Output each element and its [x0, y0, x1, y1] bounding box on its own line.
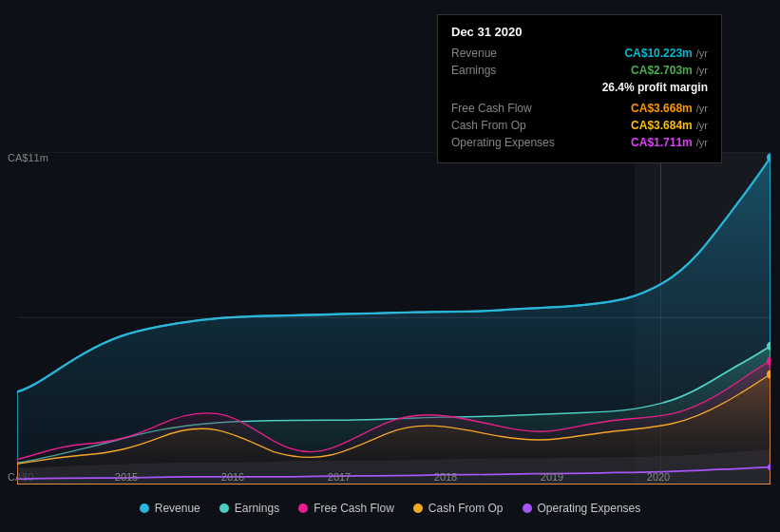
tooltip-label-opex: Operating Expenses: [451, 136, 565, 149]
legend-label-cfo: Cash From Op: [428, 502, 504, 515]
tooltip-value-earnings: CA$2.703m/yr: [631, 64, 708, 77]
tooltip-label-revenue: Revenue: [451, 47, 565, 60]
tooltip-value-opex: CA$1.711m/yr: [631, 136, 708, 149]
tooltip-row-opex: Operating Expenses CA$1.711m/yr: [451, 136, 708, 149]
legend-label-fcf: Free Cash Flow: [314, 502, 394, 515]
x-label-2017: 2017: [328, 471, 351, 483]
legend-item-opex[interactable]: Operating Expenses: [523, 502, 641, 515]
tooltip-date: Dec 31 2020: [451, 25, 708, 39]
tooltip-row-fcf: Free Cash Flow CA$3.668m/yr: [451, 102, 708, 115]
chart-svg: [17, 152, 770, 484]
legend-dot-opex: [523, 504, 532, 513]
tooltip-value-cfo: CA$3.684m/yr: [631, 119, 708, 132]
legend-dot-cfo: [413, 504, 423, 513]
tooltip-label-cfo: Cash From Op: [451, 119, 565, 132]
x-label-2016: 2016: [221, 471, 244, 483]
legend-label-earnings: Earnings: [235, 502, 279, 515]
x-label-2020: 2020: [647, 471, 670, 483]
legend-label-revenue: Revenue: [155, 502, 200, 515]
legend-dot-fcf: [298, 504, 308, 513]
legend-item-earnings[interactable]: Earnings: [219, 502, 279, 515]
tooltip-row-cfo: Cash From Op CA$3.684m/yr: [451, 119, 708, 132]
x-label-2018: 2018: [434, 471, 457, 483]
tooltip-value-fcf: CA$3.668m/yr: [631, 102, 708, 115]
tooltip-card: Dec 31 2020 Revenue CA$10.223m/yr Earnin…: [437, 14, 722, 163]
legend-label-opex: Operating Expenses: [538, 502, 641, 515]
legend-dot-earnings: [219, 504, 229, 513]
legend-item-cfo[interactable]: Cash From Op: [413, 502, 504, 515]
legend: Revenue Earnings Free Cash Flow Cash Fro…: [0, 494, 780, 522]
tooltip-profit-margin-value: 26.4% profit margin: [602, 81, 708, 94]
legend-item-fcf[interactable]: Free Cash Flow: [298, 502, 394, 515]
legend-item-revenue[interactable]: Revenue: [140, 502, 200, 515]
tooltip-row-earnings: Earnings CA$2.703m/yr: [451, 64, 708, 77]
tooltip-row-profit-margin: 26.4% profit margin: [451, 81, 708, 94]
tooltip-label-earnings: Earnings: [451, 64, 565, 77]
x-label-2015: 2015: [115, 471, 138, 483]
tooltip-row-revenue: Revenue CA$10.223m/yr: [451, 47, 708, 60]
tooltip-value-revenue: CA$10.223m/yr: [624, 47, 708, 60]
tooltip-label-fcf: Free Cash Flow: [451, 102, 565, 115]
chart-container: CA$11m CA$0: [0, 0, 780, 532]
legend-dot-revenue: [140, 504, 149, 513]
chart-area: [17, 152, 770, 484]
x-label-2019: 2019: [541, 471, 563, 483]
